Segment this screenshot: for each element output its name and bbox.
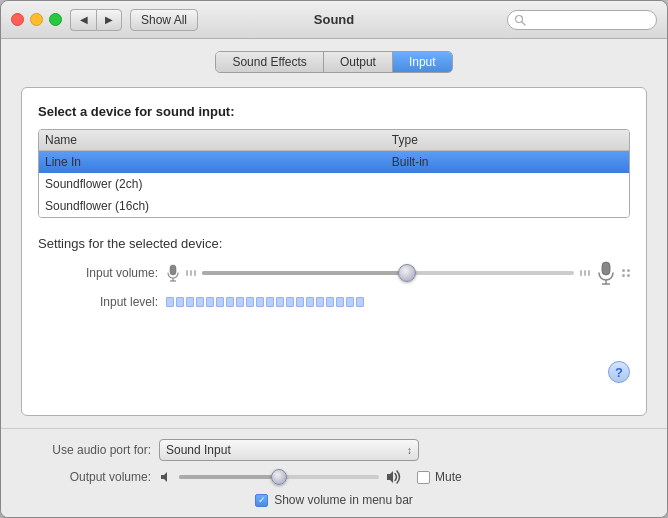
maximize-button[interactable] <box>49 13 62 26</box>
show-volume-checkbox[interactable]: ✓ <box>255 494 268 507</box>
main-panel: Select a device for sound input: Name Ty… <box>21 87 647 416</box>
search-box[interactable] <box>507 10 657 30</box>
nav-buttons: ◀ ▶ <box>70 9 122 31</box>
show-volume-row: ✓ Show volume in menu bar <box>21 493 647 507</box>
sound-preferences-window: ◀ ▶ Show All Sound Sound Effects Output … <box>0 0 668 518</box>
col-name-header: Name <box>45 133 392 147</box>
device-type <box>392 199 623 213</box>
device-table: Name Type Line In Built-in Soundflower (… <box>38 129 630 218</box>
mute-label: Mute <box>435 470 462 484</box>
output-volume-row: Output volume: Mute <box>21 469 647 485</box>
level-bar <box>316 297 324 307</box>
level-bar <box>256 297 264 307</box>
tab-input[interactable]: Input <box>393 52 452 72</box>
tabs: Sound Effects Output Input <box>215 51 452 73</box>
table-row[interactable]: Soundflower (16ch) <box>39 195 629 217</box>
close-button[interactable] <box>11 13 24 26</box>
device-name: Soundflower (2ch) <box>45 177 392 191</box>
mic-icon-large-right <box>596 261 616 285</box>
minimize-button[interactable] <box>30 13 43 26</box>
device-name: Line In <box>45 155 392 169</box>
level-bar <box>346 297 354 307</box>
input-volume-label: Input volume: <box>58 266 158 280</box>
level-bar <box>236 297 244 307</box>
svg-marker-8 <box>161 472 167 482</box>
audio-port-dropdown[interactable]: Sound Input ↕ <box>159 439 419 461</box>
level-bar <box>196 297 204 307</box>
search-icon <box>514 14 526 26</box>
level-bar <box>336 297 344 307</box>
input-volume-slider-container <box>166 261 630 285</box>
col-type-header: Type <box>392 133 623 147</box>
level-bar <box>266 297 274 307</box>
level-bar <box>176 297 184 307</box>
device-type <box>392 177 623 191</box>
speaker-low-icon <box>159 470 173 484</box>
level-bar <box>206 297 214 307</box>
tab-sound-effects[interactable]: Sound Effects <box>216 52 324 72</box>
bottom-controls: Use audio port for: Sound Input ↕ Output… <box>1 428 667 517</box>
input-level-bars <box>166 297 364 307</box>
level-bar <box>166 297 174 307</box>
level-bar <box>356 297 364 307</box>
speaker-high-icon <box>385 469 405 485</box>
table-row[interactable]: Soundflower (2ch) <box>39 173 629 195</box>
settings-section: Settings for the selected device: Input … <box>38 236 630 319</box>
input-volume-thumb[interactable] <box>398 264 416 282</box>
show-volume-label: Show volume in menu bar <box>274 493 413 507</box>
show-all-button[interactable]: Show All <box>130 9 198 31</box>
output-volume-label: Output volume: <box>21 470 151 484</box>
search-input[interactable] <box>530 14 650 26</box>
table-row[interactable]: Line In Built-in <box>39 151 629 173</box>
back-button[interactable]: ◀ <box>70 9 96 31</box>
level-bar <box>246 297 254 307</box>
help-button[interactable]: ? <box>608 361 630 383</box>
table-body: Line In Built-in Soundflower (2ch) Sound… <box>39 151 629 217</box>
mic-icon-small-left <box>166 264 180 282</box>
output-volume-track[interactable] <box>179 475 379 479</box>
tabs-container: Sound Effects Output Input <box>21 51 647 73</box>
level-bar <box>286 297 294 307</box>
input-volume-track[interactable] <box>202 271 574 275</box>
table-header: Name Type <box>39 130 629 151</box>
content-area: Sound Effects Output Input Select a devi… <box>1 39 667 428</box>
input-volume-row: Input volume: <box>38 261 630 285</box>
svg-rect-2 <box>170 265 176 275</box>
input-level-label: Input level: <box>58 295 158 309</box>
level-bar <box>306 297 314 307</box>
title-bar: ◀ ▶ Show All Sound <box>1 1 667 39</box>
audio-port-row: Use audio port for: Sound Input ↕ <box>21 439 647 461</box>
level-bar <box>276 297 284 307</box>
forward-button[interactable]: ▶ <box>96 9 122 31</box>
mute-checkbox[interactable] <box>417 471 430 484</box>
tab-output[interactable]: Output <box>324 52 393 72</box>
level-bar <box>296 297 304 307</box>
traffic-lights <box>11 13 62 26</box>
volume-row: Mute <box>159 469 462 485</box>
mute-area: Mute <box>417 470 462 484</box>
level-bar <box>216 297 224 307</box>
device-name: Soundflower (16ch) <box>45 199 392 213</box>
section-title: Select a device for sound input: <box>38 104 630 119</box>
device-type: Built-in <box>392 155 623 169</box>
output-volume-thumb[interactable] <box>271 469 287 485</box>
svg-point-0 <box>516 15 523 22</box>
window-title: Sound <box>314 12 354 27</box>
audio-port-label: Use audio port for: <box>21 443 151 457</box>
svg-line-1 <box>522 22 525 25</box>
level-bar <box>226 297 234 307</box>
svg-rect-5 <box>602 262 610 275</box>
settings-title: Settings for the selected device: <box>38 236 630 251</box>
input-level-row: Input level: <box>38 295 630 309</box>
panel-inner: Select a device for sound input: Name Ty… <box>38 104 630 399</box>
dropdown-arrow-icon: ↕ <box>407 445 412 456</box>
svg-marker-9 <box>387 471 393 483</box>
level-bar <box>326 297 334 307</box>
audio-port-value: Sound Input <box>166 443 231 457</box>
level-bar <box>186 297 194 307</box>
